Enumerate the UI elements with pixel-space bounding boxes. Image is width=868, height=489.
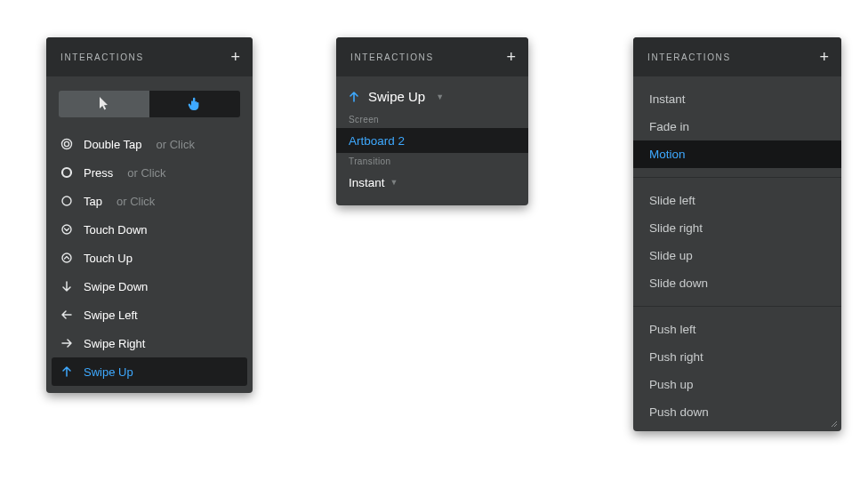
svg-point-1 <box>64 141 68 146</box>
touch-down-icon <box>60 223 73 236</box>
option-group: Slide leftSlide rightSlide upSlide down <box>633 181 841 302</box>
pointer-mode-toggle[interactable] <box>59 91 149 117</box>
interactions-panel-transition-options: INTERACTIONS + InstantFade inMotionSlide… <box>633 37 841 431</box>
trigger-label: Double Tap <box>84 138 142 151</box>
chevron-down-icon: ▼ <box>436 92 444 101</box>
transition-option[interactable]: Slide up <box>633 242 841 269</box>
transition-field: Transition Instant ▼ <box>336 156 528 205</box>
screen-field: Screen Artboard 2 <box>336 115 528 156</box>
panel-header: INTERACTIONS + <box>46 37 253 76</box>
trigger-label: Swipe Up <box>84 365 133 379</box>
trigger-label: Press <box>84 166 113 180</box>
swipe-up-icon <box>349 91 359 103</box>
trigger-label: Tap <box>84 195 102 208</box>
trigger-dropdown[interactable]: Swipe Up ▼ <box>336 76 528 115</box>
tap-icon <box>60 195 73 207</box>
svg-point-5 <box>62 253 71 262</box>
trigger-label: Touch Down <box>84 223 148 236</box>
interactions-panel-detail: INTERACTIONS + Swipe Up ▼ Screen Artboar… <box>336 37 528 205</box>
trigger-label: Touch Up <box>84 252 133 265</box>
transition-option[interactable]: Push right <box>633 343 841 371</box>
interactions-panel-triggers: INTERACTIONS + Double Tapor ClickPressor… <box>46 37 253 393</box>
transition-option[interactable]: Motion <box>633 140 841 168</box>
transition-option[interactable]: Push up <box>633 371 841 398</box>
option-group: Push leftPush rightPush upPush down <box>633 310 841 431</box>
panel-title: INTERACTIONS <box>60 52 144 62</box>
transition-option[interactable]: Slide left <box>633 187 841 214</box>
field-label: Screen <box>336 115 528 128</box>
panel-title: INTERACTIONS <box>350 52 434 62</box>
swipe-right-icon <box>60 338 73 349</box>
hand-icon <box>188 96 202 112</box>
screen-value-dropdown[interactable]: Artboard 2 <box>336 128 528 153</box>
trigger-item[interactable]: Double Tapor Click <box>52 130 247 158</box>
transition-option[interactable]: Slide right <box>633 214 841 242</box>
add-interaction-button[interactable]: + <box>819 49 829 65</box>
transition-value: Instant <box>349 176 385 189</box>
touch-mode-toggle[interactable] <box>149 91 240 117</box>
panel-header: INTERACTIONS + <box>336 37 528 76</box>
trigger-item[interactable]: Swipe Up <box>52 357 247 386</box>
trigger-label: Swipe Up <box>368 89 425 104</box>
double-tap-icon <box>60 138 73 150</box>
mode-toggle <box>59 91 240 117</box>
add-interaction-button[interactable]: + <box>230 49 240 65</box>
transition-option[interactable]: Fade in <box>633 113 841 140</box>
trigger-list: Double Tapor ClickPressor ClickTapor Cli… <box>52 130 247 386</box>
trigger-label: Swipe Down <box>84 280 148 293</box>
trigger-item[interactable]: Pressor Click <box>52 158 247 187</box>
transition-option-list: InstantFade inMotionSlide leftSlide righ… <box>633 80 841 431</box>
transition-option[interactable]: Push left <box>633 316 841 343</box>
trigger-item[interactable]: Swipe Left <box>52 301 247 329</box>
swipe-down-icon <box>60 280 73 293</box>
transition-option[interactable]: Push down <box>633 398 841 426</box>
panel-header: INTERACTIONS + <box>633 37 841 76</box>
swipe-up-icon <box>60 365 73 378</box>
transition-option[interactable]: Instant <box>633 85 841 113</box>
svg-point-2 <box>62 168 71 177</box>
svg-point-4 <box>62 225 71 234</box>
press-icon <box>60 166 73 179</box>
trigger-item[interactable]: Touch Up <box>52 244 247 272</box>
transition-option[interactable]: Slide down <box>633 269 841 297</box>
trigger-suffix: or Click <box>127 166 165 180</box>
separator <box>633 177 841 178</box>
swipe-left-icon <box>60 309 73 320</box>
panel-title: INTERACTIONS <box>647 52 731 62</box>
chevron-down-icon: ▼ <box>390 178 398 187</box>
separator <box>633 306 841 307</box>
resize-handle-icon[interactable] <box>831 421 838 428</box>
trigger-label: Swipe Left <box>84 309 138 322</box>
trigger-item[interactable]: Touch Down <box>52 215 247 244</box>
add-interaction-button[interactable]: + <box>506 49 516 65</box>
screen-value: Artboard 2 <box>349 134 405 148</box>
cursor-icon <box>98 96 110 112</box>
trigger-suffix: or Click <box>157 138 195 151</box>
trigger-item[interactable]: Swipe Right <box>52 329 247 357</box>
svg-point-0 <box>62 140 72 149</box>
trigger-item[interactable]: Tapor Click <box>52 187 247 215</box>
svg-point-3 <box>62 196 71 205</box>
transition-value-dropdown[interactable]: Instant ▼ <box>336 170 528 195</box>
trigger-suffix: or Click <box>117 195 155 208</box>
option-group: InstantFade inMotion <box>633 80 841 173</box>
trigger-item[interactable]: Swipe Down <box>52 272 247 301</box>
trigger-label: Swipe Right <box>84 337 145 350</box>
field-label: Transition <box>336 156 528 170</box>
touch-up-icon <box>60 252 73 264</box>
